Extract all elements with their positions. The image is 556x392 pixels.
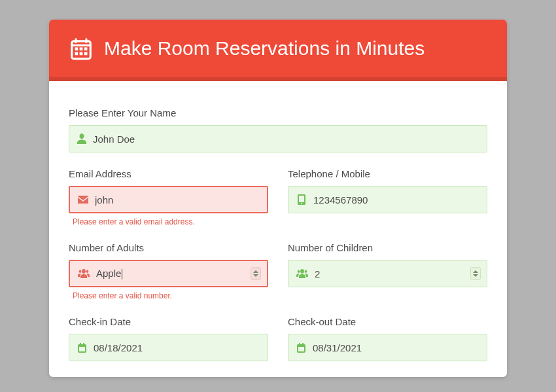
chevron-up-icon (473, 270, 478, 273)
label-phone: Telephone / Mobile (288, 168, 487, 179)
svg-rect-1 (75, 38, 77, 43)
children-stepper[interactable] (471, 267, 480, 280)
email-error: Please enter a valid email address. (69, 217, 268, 226)
svg-rect-7 (75, 52, 78, 56)
input-wrap-checkout[interactable] (288, 334, 487, 361)
svg-rect-6 (84, 47, 88, 50)
field-email: Email Address Please enter a valid email… (69, 168, 268, 226)
calendar-icon (69, 36, 94, 61)
chevron-up-icon (253, 270, 258, 273)
form-content: Please Enter Your Name Email Address Ple… (49, 81, 507, 361)
calendar-icon (77, 343, 87, 353)
svg-rect-2 (85, 38, 87, 43)
adults-error: Please enter a valid number. (69, 291, 268, 300)
input-wrap-children[interactable]: 2 (288, 260, 487, 287)
phone-input[interactable] (313, 194, 479, 205)
reservation-card: Make Room Reservations in Minutes Please… (49, 20, 507, 377)
envelope-icon (78, 196, 88, 204)
field-checkout: Check-out Date (288, 316, 487, 361)
email-input[interactable] (95, 194, 259, 205)
adults-stepper[interactable] (251, 267, 260, 280)
name-input[interactable] (93, 134, 479, 145)
users-icon (78, 269, 90, 278)
input-wrap-checkin[interactable] (69, 334, 268, 361)
page-title: Make Room Reservations in Minutes (104, 37, 425, 60)
input-wrap-email[interactable] (69, 186, 268, 213)
calendar-icon (296, 343, 306, 353)
checkout-input[interactable] (313, 342, 479, 353)
svg-rect-8 (80, 52, 83, 56)
checkin-input[interactable] (94, 342, 260, 353)
header: Make Room Reservations in Minutes (49, 20, 507, 81)
user-icon (77, 134, 86, 144)
input-wrap-adults[interactable]: Apple (69, 260, 268, 287)
label-checkin: Check-in Date (69, 316, 268, 327)
label-checkout: Check-out Date (288, 316, 487, 327)
field-checkin: Check-in Date (69, 316, 268, 361)
field-children: Number of Children 2 (288, 242, 487, 300)
svg-rect-4 (75, 47, 78, 50)
field-adults: Number of Adults Apple Please enter a va… (69, 242, 268, 300)
label-name: Please Enter Your Name (69, 107, 487, 118)
text-cursor (122, 269, 122, 279)
input-wrap-phone[interactable] (288, 186, 487, 213)
svg-rect-9 (84, 52, 88, 56)
label-adults: Number of Adults (69, 242, 268, 253)
label-email: Email Address (69, 168, 268, 179)
input-wrap-name[interactable] (69, 125, 487, 152)
chevron-down-icon (253, 274, 258, 277)
adults-value: Apple (96, 268, 121, 279)
phone-icon (296, 194, 307, 205)
label-children: Number of Children (288, 242, 487, 253)
children-value: 2 (315, 268, 320, 279)
svg-rect-5 (80, 47, 83, 50)
chevron-down-icon (473, 274, 478, 277)
users-icon (296, 269, 308, 278)
field-phone: Telephone / Mobile (288, 168, 487, 226)
field-name: Please Enter Your Name (69, 107, 487, 152)
